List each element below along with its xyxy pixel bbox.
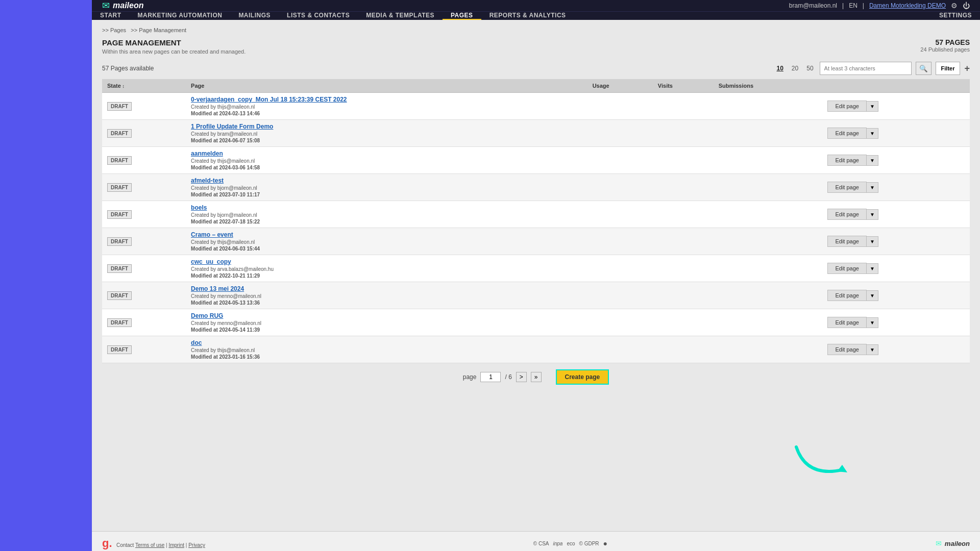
page-name-link[interactable]: Cramo – event [191,231,582,238]
edit-btn-container: Edit page ▼ [827,155,965,166]
row-submissions [714,228,823,255]
col-usage[interactable]: Usage [587,79,653,93]
page-created: Created by thijs@maileon.nl [191,239,582,245]
edit-page-button[interactable]: Edit page [827,263,866,274]
nav-lists[interactable]: LISTS & CONTACTS [279,12,358,20]
page-size-20[interactable]: 20 [790,64,800,73]
footer-terms[interactable]: Terms of use [135,542,164,548]
table-row: DRAFT 1 Profile Update Form Demo Created… [102,120,970,147]
footer-contact[interactable]: Contact [116,542,134,548]
col-submissions[interactable]: Submissions [714,79,823,93]
edit-page-button[interactable]: Edit page [827,236,866,247]
page-name-link[interactable]: doc [191,339,582,346]
edit-page-button[interactable]: Edit page [827,101,866,112]
nav-settings[interactable]: SETTINGS [931,12,980,20]
search-button[interactable]: 🔍 [916,62,932,75]
state-badge: DRAFT [107,345,132,354]
power-icon[interactable]: ⏻ [963,2,970,10]
search-icon: 🔍 [919,65,928,72]
state-badge: DRAFT [107,291,132,300]
topbar: ✉ maileon bram@maileon.nl | EN | Damen M… [92,0,980,11]
col-visits[interactable]: Visits [653,79,714,93]
nav-reports[interactable]: REPORTS & ANALYTICS [481,12,574,20]
row-usage [587,174,653,201]
page-name-link[interactable]: aanmelden [191,150,582,157]
edit-page-dropdown[interactable]: ▼ [867,344,878,355]
edit-page-dropdown[interactable]: ▼ [867,209,878,220]
breadcrumb-pages[interactable]: >> Pages [102,27,126,33]
page-size-50[interactable]: 50 [804,64,815,73]
search-input[interactable] [820,62,912,75]
nav-mailings[interactable]: MAILINGS [230,12,279,20]
edit-page-dropdown[interactable]: ▼ [867,236,878,247]
filter-button[interactable]: Filter [936,62,961,75]
row-visits [653,282,714,309]
last-page-button[interactable]: » [531,372,542,382]
state-badge: DRAFT [107,264,132,273]
edit-page-dropdown[interactable]: ▼ [867,290,878,301]
row-usage [587,309,653,336]
edit-page-dropdown[interactable]: ▼ [867,263,878,274]
edit-page-dropdown[interactable]: ▼ [867,101,878,112]
page-number-input[interactable] [480,372,501,382]
nav-marketing[interactable]: MARKETING AUTOMATION [130,12,231,20]
next-page-button[interactable]: > [516,372,527,382]
lang-selector[interactable]: EN [849,2,857,9]
col-state[interactable]: State [102,79,186,93]
col-page[interactable]: Page [186,79,587,93]
topbar-right: bram@maileon.nl | EN | Damen Motorkledin… [789,2,970,10]
edit-page-dropdown[interactable]: ▼ [867,182,878,193]
page-size-10[interactable]: 10 [775,64,786,73]
edit-page-button[interactable]: Edit page [827,128,866,139]
edit-page-button[interactable]: Edit page [827,155,866,166]
page-name-link[interactable]: 1 Profile Update Form Demo [191,123,582,130]
row-visits [653,336,714,363]
edit-page-button[interactable]: Edit page [827,317,866,328]
create-page-button[interactable]: Create page [556,369,609,385]
page-title: PAGE MANAGEMENT [102,38,246,47]
row-page-info: doc Created by thijs@maileon.nl Modified… [186,336,587,363]
page-name-link[interactable]: Demo RUG [191,312,582,319]
edit-page-button[interactable]: Edit page [827,209,866,220]
row-page-info: 0-verjaardagen_copy_Mon Jul 18 15:23:39 … [186,93,587,120]
add-page-button[interactable]: + [964,63,970,74]
settings-icon[interactable]: ⚙ [951,2,958,10]
table-row: DRAFT afmeld-test Created by bjorn@maile… [102,174,970,201]
nav-start[interactable]: START [92,12,130,20]
row-page-info: boels Created by bjorn@maileon.nl Modifi… [186,201,587,228]
edit-page-button[interactable]: Edit page [827,182,866,193]
toolbar: 57 Pages available 10 20 50 🔍 Filter + [102,62,970,75]
breadcrumb-management[interactable]: >> Page Management [131,27,186,33]
csa-badge: © CSA [533,541,549,546]
edit-page-dropdown[interactable]: ▼ [867,155,878,166]
footer-imprint[interactable]: Imprint [168,542,184,548]
row-submissions [714,93,823,120]
page-modified: Modified at 2024-05-13 13:36 [191,300,582,306]
row-visits [653,228,714,255]
edit-page-button[interactable]: Edit page [827,290,866,301]
page-name-link[interactable]: cwc_uu_copy [191,258,582,265]
account-name[interactable]: Damen Motorkleding DEMO [869,2,946,9]
nav-pages[interactable]: PAGES [443,12,481,20]
edit-btn-container: Edit page ▼ [827,128,965,139]
footer-right: ✉ maileon [936,539,970,547]
row-state: DRAFT [102,174,186,201]
nav-media[interactable]: MEDIA & TEMPLATES [358,12,443,20]
row-submissions [714,309,823,336]
page-name-link[interactable]: 0-verjaardagen_copy_Mon Jul 18 15:23:39 … [191,96,582,103]
edit-page-button[interactable]: Edit page [827,344,866,355]
row-state: DRAFT [102,309,186,336]
edit-page-dropdown[interactable]: ▼ [867,128,878,139]
page-created: Created by bram@maileon.nl [191,131,582,137]
footer-privacy[interactable]: Privacy [188,542,205,548]
page-name-link[interactable]: Demo 13 mei 2024 [191,285,582,292]
footer: g. Contact Terms of use | Imprint | Priv… [92,531,980,551]
page-created: Created by bjorn@maileon.nl [191,212,582,218]
row-page-info: Demo RUG Created by menno@maileon.nl Mod… [186,309,587,336]
page-name-link[interactable]: boels [191,204,582,211]
page-name-link[interactable]: afmeld-test [191,177,582,184]
row-submissions [714,201,823,228]
row-actions: Edit page ▼ [822,93,970,120]
edit-page-dropdown[interactable]: ▼ [867,317,878,328]
row-usage [587,93,653,120]
